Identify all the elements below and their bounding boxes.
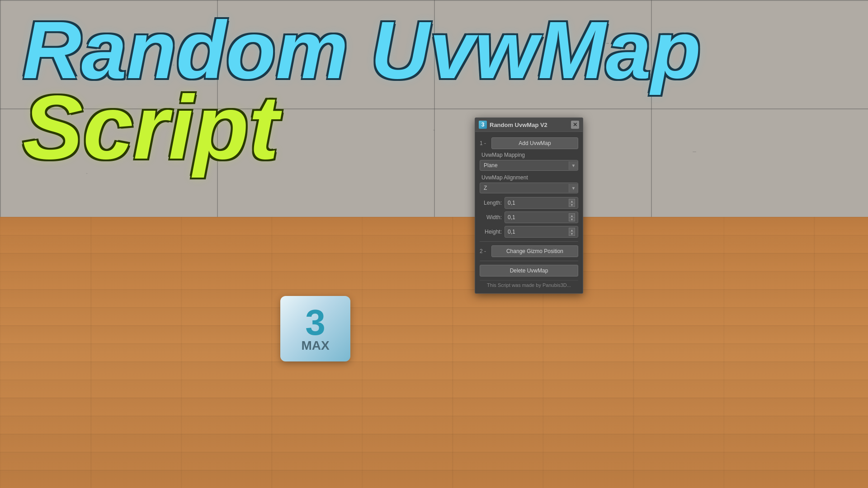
section2-num: 2 - [480,248,489,254]
plugin-panel: 3 Random UvwMap V2 ✕ 1 - Add UvwMap UvwM… [475,117,583,294]
width-label: Width: [480,214,505,221]
panel-title: Random UvwMap V2 [490,122,547,128]
height-row: Height: 0,1 ▲ ▼ [480,226,578,238]
title-container: Random UvwMap Script [23,14,701,168]
height-spin-down[interactable]: ▼ [569,232,575,236]
panel-icon: 3 [479,121,487,129]
max-icon: 3 MAX [280,296,350,361]
width-spin-up[interactable]: ▲ [569,213,575,217]
change-gizmo-button[interactable]: Change Gizmo Position [491,245,578,257]
change-gizmo-row: 2 - Change Gizmo Position [480,245,578,257]
width-spin-down[interactable]: ▼ [569,217,575,221]
alignment-dropdown[interactable]: Z ▼ [480,183,578,193]
panel-close-button[interactable]: ✕ [571,121,579,129]
alignment-label: UvwMap Alignment [480,174,578,181]
alignment-value: Z [480,183,569,193]
panel-footer: This Script was made by Panubis3D... [480,280,578,288]
add-uvwmap-row: 1 - Add UvwMap [480,137,578,149]
divider1 [480,241,578,242]
length-value: 0,1 [508,200,515,206]
height-label: Height: [480,229,505,235]
add-uvwmap-button[interactable]: Add UvwMap [491,137,578,149]
mapping-dropdown-arrow[interactable]: ▼ [569,161,578,170]
title-line2: Script [23,87,701,168]
title-line1: Random UvwMap [23,14,701,87]
width-spinner: ▲ ▼ [569,213,575,221]
height-spinner: ▲ ▼ [569,228,575,236]
width-value: 0,1 [508,214,515,221]
length-label: Length: [480,200,505,206]
length-input[interactable]: 0,1 ▲ ▼ [505,197,578,209]
width-input[interactable]: 0,1 ▲ ▼ [505,211,578,223]
length-spin-down[interactable]: ▼ [569,203,575,207]
height-value: 0,1 [508,229,515,235]
alignment-dropdown-arrow[interactable]: ▼ [569,184,578,192]
floor-grain [0,217,868,488]
max-label: MAX [301,338,329,353]
width-row: Width: 0,1 ▲ ▼ [480,211,578,223]
max-number: 3 [305,305,326,341]
panel-body: 1 - Add UvwMap UvwMap Mapping Plane ▼ Uv… [475,132,583,293]
divider2 [480,261,578,261]
height-spin-up[interactable]: ▲ [569,228,575,232]
floor-background [0,217,868,488]
length-row: Length: 0,1 ▲ ▼ [480,197,578,209]
mapping-value: Plane [480,160,569,170]
length-spin-up[interactable]: ▲ [569,199,575,203]
section1-num: 1 - [480,140,489,146]
mapping-dropdown[interactable]: Plane ▼ [480,160,578,171]
panel-titlebar-left: 3 Random UvwMap V2 [479,121,547,129]
delete-uvwmap-button[interactable]: Delete UvwMap [480,265,578,277]
mapping-label: UvwMap Mapping [480,152,578,158]
length-spinner: ▲ ▼ [569,199,575,207]
panel-titlebar: 3 Random UvwMap V2 ✕ [475,118,583,132]
height-input[interactable]: 0,1 ▲ ▼ [505,226,578,238]
